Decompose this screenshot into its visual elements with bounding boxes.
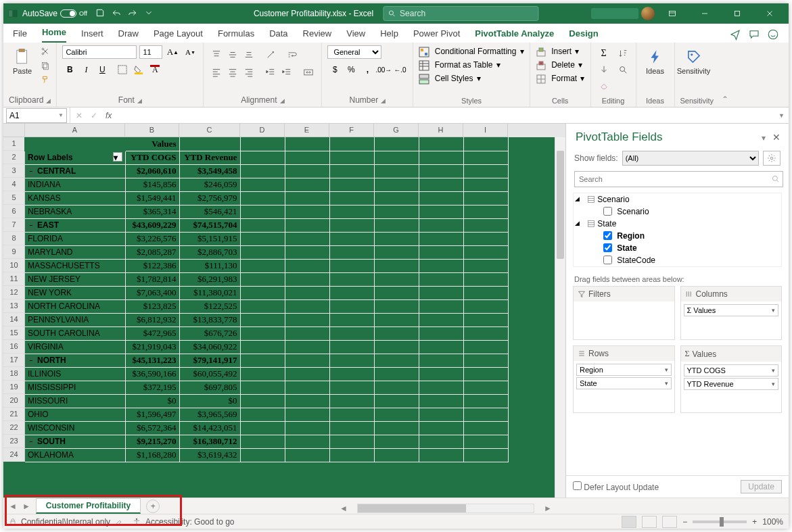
cell[interactable] xyxy=(374,205,419,218)
cell[interactable] xyxy=(240,408,285,421)
tab-design[interactable]: Design xyxy=(569,24,598,43)
cell[interactable] xyxy=(285,164,329,178)
cell[interactable] xyxy=(463,272,508,286)
cell[interactable]: $3,619,432 xyxy=(179,448,240,462)
cell[interactable] xyxy=(419,218,463,232)
row-header[interactable]: 7 xyxy=(3,218,25,232)
collapse-icon[interactable]: − xyxy=(28,439,34,445)
row-header[interactable]: 11 xyxy=(3,272,25,286)
comma-format-button[interactable]: , xyxy=(360,63,375,76)
row-header[interactable]: 1 xyxy=(3,137,25,151)
cell[interactable] xyxy=(463,232,508,245)
search-input[interactable]: Search xyxy=(383,6,538,21)
cell[interactable] xyxy=(374,327,419,340)
cell[interactable] xyxy=(463,394,508,408)
cell[interactable] xyxy=(285,259,329,272)
cell[interactable]: MASSACHUSETTS xyxy=(28,261,100,270)
user-avatar[interactable] xyxy=(641,7,655,20)
vertical-scrollbar[interactable] xyxy=(555,137,565,498)
font-size-input[interactable] xyxy=(139,45,162,59)
cell[interactable]: FLORIDA xyxy=(28,234,63,243)
row-header[interactable]: 19 xyxy=(3,381,25,394)
copy-button[interactable] xyxy=(40,61,51,72)
field-list[interactable]: ◢ Scenario Scenario◢ State Region State … xyxy=(573,193,782,267)
clear-button[interactable] xyxy=(597,79,611,93)
cell[interactable] xyxy=(419,137,463,151)
fill-button[interactable] xyxy=(597,63,611,76)
align-left-button[interactable] xyxy=(209,66,224,79)
select-all-triangle[interactable] xyxy=(3,124,25,137)
cell[interactable] xyxy=(419,151,463,164)
cell[interactable] xyxy=(419,367,463,381)
cell[interactable] xyxy=(285,435,329,448)
field-list-item[interactable]: Scenario xyxy=(574,205,781,218)
cell[interactable] xyxy=(329,245,374,259)
cell[interactable]: $34,060,922 xyxy=(179,340,240,354)
cell[interactable] xyxy=(374,340,419,354)
cell[interactable]: $122,386 xyxy=(125,259,179,272)
cell[interactable] xyxy=(240,394,285,408)
cell[interactable]: $546,421 xyxy=(179,205,240,218)
tab-home[interactable]: Home xyxy=(42,23,66,43)
cell[interactable] xyxy=(285,313,329,327)
format-cells-button[interactable]: Format ▾ xyxy=(536,74,585,84)
cut-button[interactable] xyxy=(40,47,51,58)
enter-formula-icon[interactable]: ✓ xyxy=(91,111,97,120)
cell[interactable] xyxy=(240,232,285,245)
cell[interactable] xyxy=(419,164,463,178)
cell[interactable] xyxy=(463,340,508,354)
cell[interactable] xyxy=(419,313,463,327)
cell[interactable] xyxy=(240,340,285,354)
share-button[interactable] xyxy=(729,28,741,43)
cell[interactable] xyxy=(285,394,329,408)
worksheet-grid[interactable]: ABCDEFGHI 123456789101112131415161718192… xyxy=(3,124,565,498)
cell[interactable]: $2,886,703 xyxy=(179,245,240,259)
align-bottom-button[interactable] xyxy=(241,48,256,62)
cell[interactable] xyxy=(463,327,508,340)
pane-close-button[interactable]: ✕ xyxy=(772,132,781,143)
cancel-formula-icon[interactable]: ✕ xyxy=(76,111,83,120)
increase-decimal-button[interactable]: .00→ xyxy=(376,63,391,76)
cell[interactable]: $5,151,915 xyxy=(179,232,240,245)
cell[interactable] xyxy=(240,435,285,448)
align-right-button[interactable] xyxy=(241,66,256,79)
cell[interactable] xyxy=(374,421,419,435)
cell[interactable] xyxy=(329,218,374,232)
cell[interactable]: $36,590,166 xyxy=(125,367,179,381)
sheet-tab-active[interactable]: Customer Profitability xyxy=(36,498,141,514)
values-area[interactable]: ΣValuesYTD COGSYTD Revenue xyxy=(680,345,783,413)
cell[interactable]: $6,291,983 xyxy=(179,272,240,286)
column-header[interactable]: E xyxy=(285,124,329,137)
cell[interactable] xyxy=(463,259,508,272)
grow-font-button[interactable]: A▲ xyxy=(165,45,180,59)
save-button[interactable] xyxy=(95,8,105,20)
area-field-item[interactable]: Region xyxy=(576,364,672,376)
cell[interactable] xyxy=(240,272,285,286)
cell[interactable] xyxy=(240,178,285,191)
minimize-button[interactable] xyxy=(690,3,720,24)
cell[interactable]: VIRGINIA xyxy=(28,342,64,352)
row-header[interactable]: 2 xyxy=(3,151,25,164)
align-middle-button[interactable] xyxy=(225,48,240,62)
row-header[interactable]: 21 xyxy=(3,408,25,421)
filter-dropdown-button[interactable]: ▾ xyxy=(113,152,122,162)
formula-input[interactable] xyxy=(120,107,766,123)
column-header[interactable]: I xyxy=(463,124,508,137)
filters-area[interactable]: Filters xyxy=(573,286,675,340)
cell[interactable]: Values xyxy=(125,137,179,151)
cell[interactable]: INDIANA xyxy=(28,180,61,189)
cell[interactable] xyxy=(419,259,463,272)
fx-icon[interactable]: fx xyxy=(106,111,112,120)
cell[interactable]: $0 xyxy=(125,394,179,408)
cell[interactable] xyxy=(240,381,285,394)
cell[interactable] xyxy=(329,137,374,151)
cell[interactable] xyxy=(419,272,463,286)
cell[interactable]: SOUTH xyxy=(37,437,66,446)
column-header[interactable]: D xyxy=(240,124,285,137)
cell[interactable] xyxy=(285,340,329,354)
align-top-button[interactable] xyxy=(209,48,224,62)
cell[interactable] xyxy=(240,164,285,178)
cell[interactable] xyxy=(463,164,508,178)
expand-formula-bar-button[interactable]: ▼ xyxy=(774,112,789,119)
cell[interactable] xyxy=(463,354,508,367)
